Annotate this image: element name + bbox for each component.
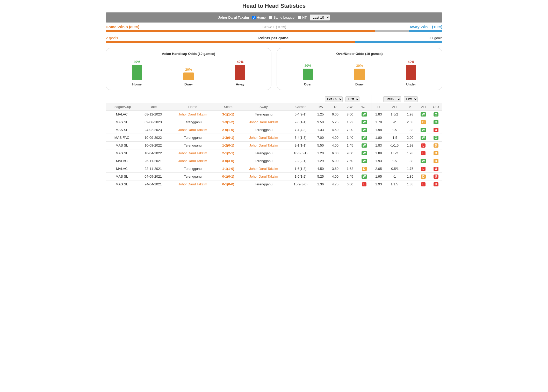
cell-score: 2-0(1-0)	[217, 126, 239, 134]
badge-w: W	[362, 151, 367, 155]
last-select[interactable]: Last 10 Last 20 Last 30	[310, 14, 330, 20]
cell-corner: 1-5(1-2)	[288, 173, 313, 180]
cell-ou: D	[430, 142, 442, 149]
th-aw: AW	[343, 103, 357, 111]
cell-d: 3.60	[328, 165, 343, 173]
cell-aw: 7.50	[343, 157, 357, 165]
cell-hw: 4.50	[313, 165, 328, 173]
cell-ah1: -1/1.5	[386, 142, 403, 149]
cell-h: 1.93	[371, 157, 386, 165]
cell-home: Johor Darul Takzim	[168, 157, 217, 165]
main-table: Bet365 First Bet365 First League/Cup Dat…	[106, 95, 442, 188]
cell-h: 1.93	[371, 180, 386, 188]
cell-aw: 6.00	[343, 180, 357, 188]
bet365-select-1-th: Bet365 First	[313, 95, 371, 103]
cell-h: 1.80	[371, 134, 386, 142]
ht-checkbox[interactable]	[298, 16, 301, 19]
first-select-2[interactable]: First	[404, 96, 418, 102]
cell-away: Johor Darul Takzim	[239, 173, 288, 180]
th-score: Score	[217, 103, 239, 111]
table-row: MALAC 26-11-2021 Johor Darul Takzim 3-0(…	[106, 157, 442, 165]
cell-corner: 2-1(1-1)	[288, 142, 313, 149]
cell-score: 0-1(0-0)	[217, 180, 239, 188]
ah-home-bar: 40% Home	[132, 60, 142, 86]
cell-aw: 1.45	[343, 142, 357, 149]
cell-wl: W	[357, 111, 371, 118]
badge-w: W	[362, 128, 367, 132]
bet365-select-2[interactable]: Bet365	[383, 96, 401, 102]
badge-d: D	[421, 120, 426, 124]
badge-l: L	[421, 143, 426, 148]
cell-ah2: W	[417, 134, 430, 142]
cell-away: Johor Darul Takzim	[239, 134, 288, 142]
cell-score: 3-1(1-1)	[217, 111, 239, 118]
cell-ah1: 1.5/2	[386, 111, 403, 118]
ou-draw-bar: 30% Draw	[354, 64, 365, 86]
cell-ah1: -2	[386, 118, 403, 126]
ah-draw-pct: 20%	[185, 68, 192, 71]
cell-date: 10-09-2022	[138, 134, 169, 142]
cell-away: Johor Darul Takzim	[239, 142, 288, 149]
cell-date: 04-09-2021	[138, 173, 169, 180]
ou-over-lbl: Over	[304, 82, 312, 86]
ou-badge: U	[434, 175, 438, 179]
cell-ah1: 1.5	[386, 157, 403, 165]
cell-wl: W	[357, 157, 371, 165]
cell-score: 1-3(0-1)	[217, 134, 239, 142]
th-hw: HW	[313, 103, 328, 111]
cell-corner: 7-4(4-3)	[288, 126, 313, 134]
cell-aw: 1.45	[343, 173, 357, 180]
home-checkbox-label[interactable]: Home	[252, 16, 266, 19]
bet365-select-2-th: Bet365 First	[371, 95, 430, 103]
ah-away-bar: 40% Away	[235, 60, 245, 86]
cell-corner: 1-6(1-3)	[288, 165, 313, 173]
badge-l: L	[421, 167, 426, 171]
cell-ah2: W	[417, 126, 430, 134]
cell-a: 1.83	[403, 126, 417, 134]
cell-date: 09-06-2023	[138, 118, 169, 126]
same-league-checkbox[interactable]	[269, 16, 272, 19]
first-select-1[interactable]: First	[345, 96, 359, 102]
cell-corner: 3-4(1-3)	[288, 134, 313, 142]
cell-hw: 1.20	[313, 149, 328, 157]
cell-h: 1.83	[371, 142, 386, 149]
ht-checkbox-label[interactable]: HT	[298, 16, 307, 19]
ah-away-rect	[235, 65, 245, 80]
home-checkbox[interactable]	[252, 16, 256, 19]
ou-badge: U	[434, 182, 438, 186]
cell-ah2: L	[417, 180, 430, 188]
cell-d: 4.50	[328, 126, 343, 134]
badge-w: W	[362, 143, 367, 148]
cell-away: Terengganu	[239, 149, 288, 157]
th-corner: Corner	[288, 103, 313, 111]
cell-ah1: 1/1.5	[386, 180, 403, 188]
cell-date: 10-04-2022	[138, 149, 169, 157]
badge-w: W	[362, 175, 367, 179]
cell-wl: W	[357, 149, 371, 157]
cell-aw: 1.62	[343, 165, 357, 173]
points-bar	[106, 41, 442, 43]
cell-date: 26-11-2021	[138, 157, 169, 165]
ou-under-pct: 40%	[408, 60, 414, 64]
away-win-bar	[409, 30, 442, 32]
cell-ah2: D	[417, 173, 430, 180]
cell-ah1: 1.5	[386, 126, 403, 134]
cell-d: 5.25	[328, 118, 343, 126]
cell-league: MALAC	[106, 111, 138, 118]
cell-hw: 1.33	[313, 126, 328, 134]
cell-score: 0-1(0-1)	[217, 173, 239, 180]
ou-badge: D	[434, 143, 438, 148]
badge-w: W	[421, 112, 426, 117]
bet365-select-1[interactable]: Bet365	[325, 96, 343, 102]
cell-ah1: 1.5/2	[386, 149, 403, 157]
ou-badge: O	[434, 136, 438, 140]
same-league-checkbox-label[interactable]: Same League	[269, 16, 294, 19]
cell-ou: O	[430, 118, 442, 126]
cell-away: Terengganu	[239, 180, 288, 188]
th-ou: O/U	[430, 103, 442, 111]
ou-badge: D	[434, 151, 438, 155]
cell-league: MAS FAC	[106, 134, 138, 142]
cell-date: 22-11-2021	[138, 165, 169, 173]
cell-a: 1.93	[403, 149, 417, 157]
badge-w: W	[421, 136, 426, 140]
